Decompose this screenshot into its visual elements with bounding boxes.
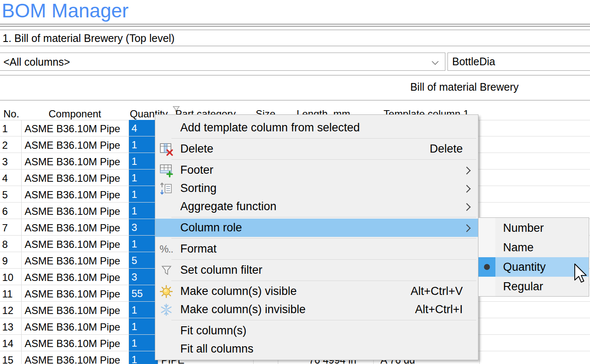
- mouse-cursor: [574, 264, 587, 285]
- submenu-arrow-icon: [463, 185, 470, 192]
- menu-item-label: Column role: [180, 221, 242, 234]
- submenu-item-quantity[interactable]: Quantity: [478, 257, 589, 277]
- cell-quantity[interactable]: 1: [129, 203, 158, 219]
- menu-item-aggregate-function[interactable]: Aggregate function: [155, 197, 478, 216]
- menu-item-label: Add template column from selected: [180, 121, 360, 134]
- menu-item-fit-columns[interactable]: Fit column(s): [155, 322, 478, 340]
- menu-item-sorting[interactable]: Sorting: [155, 179, 478, 197]
- menu-item-make-invisible[interactable]: Make column(s) invisible Alt+Ctrl+I: [155, 300, 478, 319]
- submenu-arrow-icon: [463, 203, 470, 211]
- menu-item-label: Delete: [180, 142, 213, 156]
- menu-separator: [171, 281, 476, 281]
- menu-separator: [171, 138, 476, 139]
- cell-quantity[interactable]: 1: [129, 169, 158, 186]
- cell-quantity[interactable]: 3: [129, 269, 158, 285]
- menu-item-label: Set column filter: [180, 264, 263, 277]
- divider: [0, 75, 590, 75]
- cell-component[interactable]: ASME B36.10M Pipe: [25, 206, 120, 217]
- divider: [0, 100, 590, 100]
- columns-filter-value: <All columns>: [3, 56, 70, 68]
- cell-component[interactable]: ASME B36.10M Pipe: [25, 139, 120, 151]
- cell-no: 4: [2, 172, 8, 184]
- cell-component[interactable]: ASME B36.10M Pipe: [25, 255, 120, 267]
- cell-component[interactable]: ASME B36.10M Pipe: [25, 288, 120, 300]
- cell-no: 11: [2, 288, 13, 300]
- cell-no: 10: [2, 272, 14, 283]
- submenu-item-regular[interactable]: Regular: [478, 277, 589, 296]
- cell-component[interactable]: ASME B36.10M Pipe: [25, 222, 120, 234]
- cell-quantity[interactable]: 3: [129, 219, 158, 235]
- cell-quantity[interactable]: 1: [129, 153, 158, 169]
- sorting-icon: [158, 181, 174, 197]
- menu-item-shortcut: Delete: [430, 142, 463, 156]
- column-header-no[interactable]: No.: [3, 108, 19, 120]
- menu-item-label: Fit all columns: [180, 342, 254, 356]
- column-header-component[interactable]: Component: [21, 108, 129, 120]
- menu-item-column-role[interactable]: Column role: [155, 219, 478, 237]
- menu-item-label: Format: [180, 242, 217, 256]
- cell-component[interactable]: ASME B36.10M Pipe: [25, 338, 120, 350]
- filter-funnel-icon: [158, 262, 174, 278]
- page-title: BOM Manager: [2, 0, 129, 22]
- cell-quantity[interactable]: 1: [129, 136, 158, 153]
- cell-component[interactable]: ASME B36.10M Pipe: [25, 354, 120, 364]
- divider: [0, 24, 590, 25]
- cell-component[interactable]: ASME B36.10M Pipe: [25, 321, 120, 333]
- divider: [0, 46, 590, 46]
- cell-quantity[interactable]: 5: [129, 252, 158, 268]
- cell-no: 6: [2, 206, 8, 217]
- menu-item-label: Aggregate function: [180, 200, 277, 213]
- cell-quantity[interactable]: 1: [129, 302, 158, 318]
- menu-item-delete[interactable]: Delete Delete: [155, 140, 478, 158]
- cell-quantity[interactable]: 55: [129, 285, 158, 301]
- menu-separator: [171, 238, 476, 239]
- submenu-arrow-icon: [463, 224, 470, 232]
- footer-icon: [158, 162, 174, 178]
- submenu-arrow-icon: [463, 167, 470, 174]
- menu-separator: [171, 320, 476, 320]
- cell-no: 12: [2, 305, 14, 317]
- radio-selected-icon: [484, 264, 490, 270]
- cell-quantity[interactable]: 1: [129, 318, 158, 334]
- submenu-item-label: Regular: [503, 280, 543, 293]
- bom-level-row[interactable]: 1. Bill of material Brewery (Top level): [3, 32, 175, 44]
- cell-component[interactable]: ASME B36.10M Pipe: [25, 239, 120, 250]
- menu-item-label: Fit column(s): [180, 324, 246, 337]
- cell-quantity[interactable]: 1: [129, 351, 158, 364]
- columns-filter-dropdown[interactable]: <All columns>: [0, 53, 445, 71]
- cell-component[interactable]: ASME B36.10M Pipe: [25, 189, 120, 201]
- submenu-item-name[interactable]: Name: [478, 238, 589, 257]
- menu-item-label: Make column(s) visible: [180, 285, 297, 298]
- cell-component[interactable]: ASME B36.10M Pipe: [25, 156, 120, 168]
- filter-value-box: [447, 53, 590, 71]
- filter-value-input[interactable]: [451, 55, 580, 68]
- menu-item-shortcut: Alt+Ctrl+I: [415, 303, 463, 316]
- divider: [0, 26, 590, 27]
- cell-quantity[interactable]: 1: [129, 236, 158, 252]
- submenu-item-label: Name: [503, 241, 534, 254]
- menu-item-make-visible[interactable]: Make column(s) visible Alt+Ctrl+V: [155, 282, 478, 300]
- delete-column-icon: [158, 141, 174, 157]
- cell-component[interactable]: ASME B36.10M Pipe: [25, 172, 120, 184]
- table-caption: Bill of material Brewery: [373, 81, 556, 93]
- submenu-item-label: Number: [503, 222, 544, 235]
- menu-separator: [171, 259, 476, 260]
- menu-item-label: Footer: [180, 164, 213, 177]
- divider: [0, 30, 590, 30]
- cell-quantity[interactable]: 1: [129, 335, 158, 351]
- cell-component[interactable]: ASME B36.10M Pipe: [25, 123, 120, 135]
- cell-quantity[interactable]: 1: [129, 186, 158, 202]
- menu-item-set-column-filter[interactable]: Set column filter: [155, 261, 478, 279]
- cell-no: 14: [2, 338, 14, 350]
- menu-item-label: Make column(s) invisible: [180, 303, 306, 316]
- menu-item-format[interactable]: %.. Format: [155, 240, 478, 258]
- cell-no: 3: [2, 156, 8, 168]
- cell-quantity[interactable]: 4: [129, 120, 158, 136]
- submenu-item-number[interactable]: Number: [478, 218, 589, 238]
- menu-item-fit-all-columns[interactable]: Fit all columns: [155, 340, 478, 358]
- menu-item-footer[interactable]: Footer: [155, 161, 478, 179]
- cell-no: 13: [2, 321, 14, 333]
- cell-component[interactable]: ASME B36.10M Pipe: [25, 272, 120, 283]
- cell-component[interactable]: ASME B36.10M Pipe: [25, 305, 120, 317]
- menu-item-add-template-column[interactable]: Add template column from selected: [155, 119, 478, 137]
